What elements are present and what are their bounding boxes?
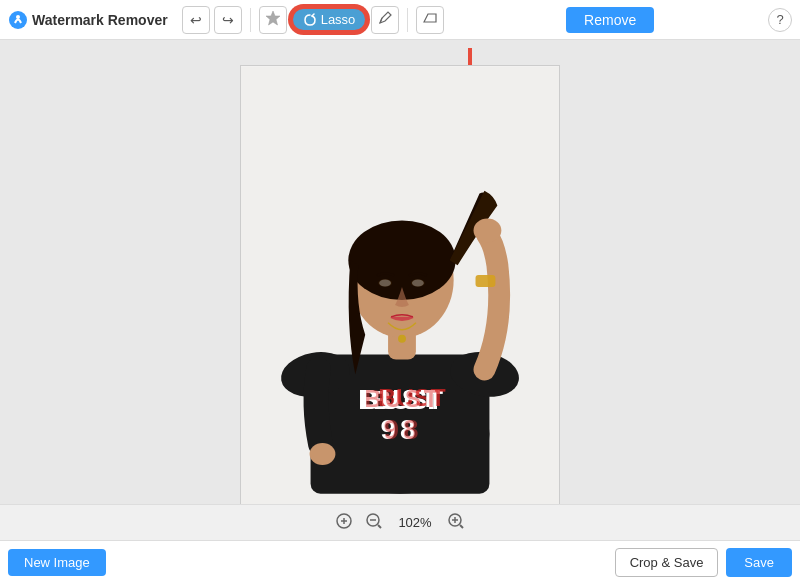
svg-point-24 [412, 280, 424, 287]
image-canvas[interactable]: BUST BUST BUST BUST BUST BUST 98 98 [240, 65, 560, 515]
zoom-level-text: 102% [395, 515, 435, 530]
svg-text:98: 98 [384, 414, 423, 445]
svg-line-37 [460, 525, 463, 528]
new-image-button[interactable]: New Image [8, 549, 106, 576]
svg-text:BUST: BUST [365, 385, 442, 412]
zoom-in-icon[interactable] [447, 512, 465, 534]
redo-button[interactable]: ↪ [214, 6, 242, 34]
svg-point-1 [16, 15, 20, 19]
new-image-label: New Image [24, 555, 90, 570]
main-canvas-area: BUST BUST BUST BUST BUST BUST 98 98 [0, 40, 800, 540]
remove-label: Remove [584, 12, 636, 28]
help-icon: ? [776, 12, 783, 27]
pen-button[interactable] [371, 6, 399, 34]
lasso-icon [303, 13, 317, 27]
svg-point-26 [310, 443, 336, 465]
save-label: Save [744, 555, 774, 570]
svg-marker-4 [424, 14, 436, 22]
svg-rect-28 [476, 275, 496, 287]
separator-2 [407, 8, 408, 32]
zoom-controls: 102% [0, 504, 800, 540]
crop-save-button[interactable]: Crop & Save [615, 548, 719, 577]
lasso-button[interactable]: Lasso [291, 7, 368, 32]
footer: New Image Crop & Save Save [0, 540, 800, 584]
star-button[interactable] [259, 6, 287, 34]
app-logo-icon [8, 10, 28, 30]
star-icon [265, 10, 281, 30]
reset-zoom-icon[interactable] [335, 512, 353, 534]
separator-1 [250, 8, 251, 32]
undo-button[interactable]: ↩ [182, 6, 210, 34]
undo-icon: ↩ [190, 12, 202, 28]
help-button[interactable]: ? [768, 8, 792, 32]
eraser-icon [422, 10, 438, 29]
app-title: Watermark Remover [8, 10, 168, 30]
svg-line-33 [378, 525, 381, 528]
footer-right-actions: Crop & Save Save [615, 548, 792, 577]
remove-button[interactable]: Remove [566, 7, 654, 33]
crop-save-label: Crop & Save [630, 555, 704, 570]
svg-marker-2 [266, 11, 280, 25]
eraser-button[interactable] [416, 6, 444, 34]
redo-icon: ↪ [222, 12, 234, 28]
zoom-out-icon[interactable] [365, 512, 383, 534]
svg-point-25 [474, 218, 502, 242]
app-title-text: Watermark Remover [32, 12, 168, 28]
lasso-label: Lasso [321, 12, 356, 27]
person-image: BUST BUST BUST BUST BUST BUST 98 98 [241, 66, 559, 514]
pen-icon [377, 10, 393, 29]
svg-point-23 [379, 280, 391, 287]
toolbar: Watermark Remover ↩ ↪ Lasso Remove [0, 0, 800, 40]
svg-point-27 [398, 335, 406, 343]
save-button[interactable]: Save [726, 548, 792, 577]
